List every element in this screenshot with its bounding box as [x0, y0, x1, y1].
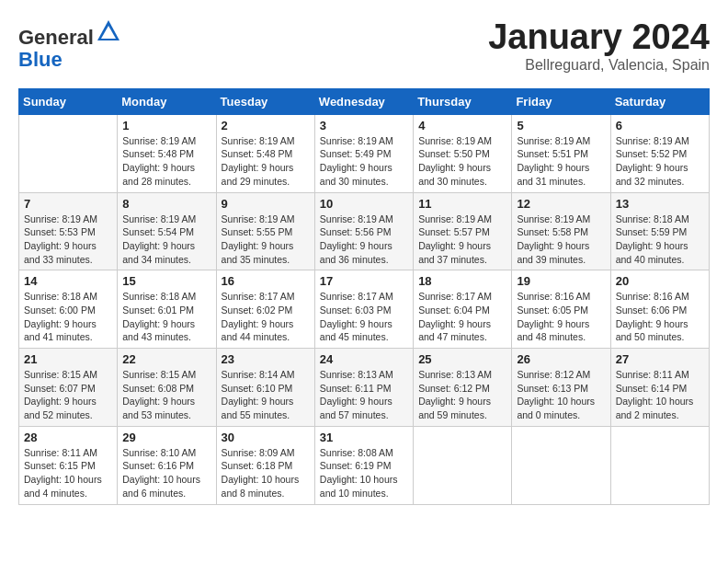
calendar-cell: 11Sunrise: 8:19 AM Sunset: 5:57 PM Dayli… [414, 192, 512, 270]
calendar-cell: 24Sunrise: 8:13 AM Sunset: 6:11 PM Dayli… [314, 349, 413, 427]
calendar-cell: 23Sunrise: 8:14 AM Sunset: 6:10 PM Dayli… [216, 349, 314, 427]
calendar-cell: 5Sunrise: 8:19 AM Sunset: 5:51 PM Daylig… [512, 114, 610, 192]
day-number: 21 [24, 352, 112, 366]
calendar-cell: 22Sunrise: 8:15 AM Sunset: 6:08 PM Dayli… [118, 349, 216, 427]
calendar-title: January 2024 [488, 18, 710, 57]
calendar-location: Bellreguard, Valencia, Spain [488, 57, 710, 74]
day-info: Sunrise: 8:14 AM Sunset: 6:10 PM Dayligh… [222, 368, 310, 422]
day-number: 30 [222, 431, 310, 444]
day-info: Sunrise: 8:13 AM Sunset: 6:12 PM Dayligh… [418, 368, 506, 422]
day-number: 2 [222, 119, 310, 132]
day-info: Sunrise: 8:15 AM Sunset: 6:07 PM Dayligh… [24, 368, 112, 422]
logo-blue: Blue [18, 48, 63, 71]
day-info: Sunrise: 8:16 AM Sunset: 6:05 PM Dayligh… [517, 290, 605, 344]
day-number: 19 [517, 274, 605, 288]
day-info: Sunrise: 8:19 AM Sunset: 5:55 PM Dayligh… [222, 213, 310, 267]
day-number: 25 [418, 352, 506, 366]
calendar-cell [512, 426, 610, 504]
day-info: Sunrise: 8:09 AM Sunset: 6:18 PM Dayligh… [222, 446, 310, 500]
day-info: Sunrise: 8:19 AM Sunset: 5:53 PM Dayligh… [24, 213, 112, 267]
calendar-cell: 19Sunrise: 8:16 AM Sunset: 6:05 PM Dayli… [512, 270, 610, 349]
day-number: 9 [222, 197, 310, 211]
calendar-cell: 4Sunrise: 8:19 AM Sunset: 5:50 PM Daylig… [414, 114, 512, 192]
day-number: 5 [517, 119, 605, 132]
day-number: 4 [418, 119, 506, 132]
day-info: Sunrise: 8:19 AM Sunset: 5:54 PM Dayligh… [122, 213, 210, 267]
day-number: 16 [222, 274, 310, 288]
day-number: 14 [24, 274, 112, 288]
day-info: Sunrise: 8:16 AM Sunset: 6:06 PM Dayligh… [616, 290, 704, 344]
day-header-wednesday: Wednesday [314, 88, 413, 114]
calendar-cell: 27Sunrise: 8:11 AM Sunset: 6:14 PM Dayli… [610, 349, 709, 427]
title-block: January 2024 Bellreguard, Valencia, Spai… [488, 18, 710, 74]
calendar-cell: 9Sunrise: 8:19 AM Sunset: 5:55 PM Daylig… [216, 192, 314, 270]
day-number: 18 [418, 274, 506, 288]
day-info: Sunrise: 8:19 AM Sunset: 5:57 PM Dayligh… [418, 213, 506, 267]
day-number: 8 [122, 197, 210, 211]
calendar-cell: 25Sunrise: 8:13 AM Sunset: 6:12 PM Dayli… [414, 349, 512, 427]
day-number: 31 [320, 431, 408, 444]
calendar-cell: 20Sunrise: 8:16 AM Sunset: 6:06 PM Dayli… [610, 270, 709, 349]
calendar-header: SundayMondayTuesdayWednesdayThursdayFrid… [19, 88, 710, 114]
logo: General Blue [18, 18, 121, 71]
day-header-thursday: Thursday [414, 88, 512, 114]
day-info: Sunrise: 8:18 AM Sunset: 6:01 PM Dayligh… [122, 290, 210, 344]
day-info: Sunrise: 8:19 AM Sunset: 5:50 PM Dayligh… [418, 134, 506, 189]
calendar-week-1: 1Sunrise: 8:19 AM Sunset: 5:48 PM Daylig… [19, 114, 710, 192]
calendar-cell: 10Sunrise: 8:19 AM Sunset: 5:56 PM Dayli… [314, 192, 413, 270]
day-header-tuesday: Tuesday [216, 88, 314, 114]
day-number: 6 [616, 119, 704, 132]
calendar-cell: 18Sunrise: 8:17 AM Sunset: 6:04 PM Dayli… [414, 270, 512, 349]
day-number: 23 [222, 352, 310, 366]
day-info: Sunrise: 8:18 AM Sunset: 6:00 PM Dayligh… [24, 290, 112, 344]
day-number: 12 [517, 197, 605, 211]
day-number: 26 [517, 352, 605, 366]
day-header-monday: Monday [118, 88, 216, 114]
day-number: 13 [616, 197, 704, 211]
day-number: 22 [122, 352, 210, 366]
day-number: 27 [616, 352, 704, 366]
calendar-cell: 13Sunrise: 8:18 AM Sunset: 5:59 PM Dayli… [610, 192, 709, 270]
day-number: 10 [320, 197, 408, 211]
day-info: Sunrise: 8:19 AM Sunset: 5:56 PM Dayligh… [320, 213, 408, 267]
calendar-cell [414, 426, 512, 504]
day-info: Sunrise: 8:19 AM Sunset: 5:52 PM Dayligh… [616, 134, 704, 189]
day-number: 11 [418, 197, 506, 211]
calendar-week-4: 21Sunrise: 8:15 AM Sunset: 6:07 PM Dayli… [19, 349, 710, 427]
day-number: 7 [24, 197, 112, 211]
logo-general: General [18, 26, 94, 49]
calendar-cell: 7Sunrise: 8:19 AM Sunset: 5:53 PM Daylig… [19, 192, 118, 270]
day-info: Sunrise: 8:19 AM Sunset: 5:48 PM Dayligh… [122, 134, 210, 189]
calendar-cell [610, 426, 709, 504]
day-header-sunday: Sunday [19, 88, 118, 114]
day-number: 17 [320, 274, 408, 288]
calendar-cell: 1Sunrise: 8:19 AM Sunset: 5:48 PM Daylig… [118, 114, 216, 192]
calendar-week-3: 14Sunrise: 8:18 AM Sunset: 6:00 PM Dayli… [19, 270, 710, 349]
day-info: Sunrise: 8:17 AM Sunset: 6:03 PM Dayligh… [320, 290, 408, 344]
calendar-cell: 3Sunrise: 8:19 AM Sunset: 5:49 PM Daylig… [314, 114, 413, 192]
day-number: 29 [122, 431, 210, 444]
calendar-week-5: 28Sunrise: 8:11 AM Sunset: 6:15 PM Dayli… [19, 426, 710, 504]
calendar-cell: 29Sunrise: 8:10 AM Sunset: 6:16 PM Dayli… [118, 426, 216, 504]
day-info: Sunrise: 8:19 AM Sunset: 5:58 PM Dayligh… [517, 213, 605, 267]
calendar-cell: 30Sunrise: 8:09 AM Sunset: 6:18 PM Dayli… [216, 426, 314, 504]
day-info: Sunrise: 8:15 AM Sunset: 6:08 PM Dayligh… [122, 368, 210, 422]
day-info: Sunrise: 8:13 AM Sunset: 6:11 PM Dayligh… [320, 368, 408, 422]
day-info: Sunrise: 8:10 AM Sunset: 6:16 PM Dayligh… [122, 446, 210, 500]
calendar-cell: 2Sunrise: 8:19 AM Sunset: 5:48 PM Daylig… [216, 114, 314, 192]
day-info: Sunrise: 8:19 AM Sunset: 5:49 PM Dayligh… [320, 134, 408, 189]
calendar-cell: 6Sunrise: 8:19 AM Sunset: 5:52 PM Daylig… [610, 114, 709, 192]
calendar-table: SundayMondayTuesdayWednesdayThursdayFrid… [18, 88, 710, 505]
day-info: Sunrise: 8:19 AM Sunset: 5:51 PM Dayligh… [517, 134, 605, 189]
calendar-cell: 21Sunrise: 8:15 AM Sunset: 6:07 PM Dayli… [19, 349, 118, 427]
day-info: Sunrise: 8:12 AM Sunset: 6:13 PM Dayligh… [517, 368, 605, 422]
calendar-cell [19, 114, 118, 192]
day-number: 20 [616, 274, 704, 288]
calendar-cell: 31Sunrise: 8:08 AM Sunset: 6:19 PM Dayli… [314, 426, 413, 504]
day-info: Sunrise: 8:11 AM Sunset: 6:15 PM Dayligh… [24, 446, 112, 500]
calendar-cell: 28Sunrise: 8:11 AM Sunset: 6:15 PM Dayli… [19, 426, 118, 504]
day-number: 15 [122, 274, 210, 288]
day-number: 3 [320, 119, 408, 132]
day-info: Sunrise: 8:11 AM Sunset: 6:14 PM Dayligh… [616, 368, 704, 422]
calendar-cell: 26Sunrise: 8:12 AM Sunset: 6:13 PM Dayli… [512, 349, 610, 427]
